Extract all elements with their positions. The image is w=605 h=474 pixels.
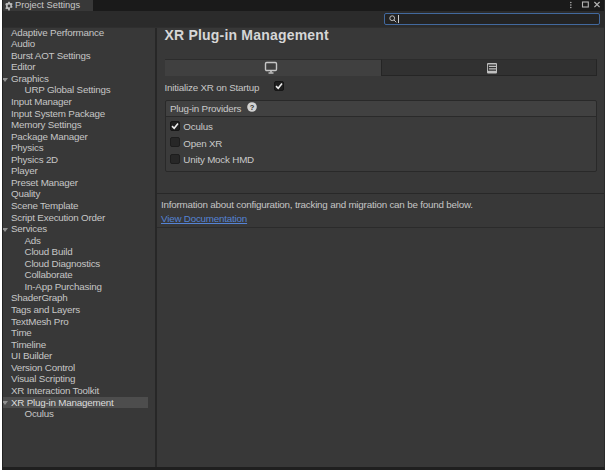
svg-text:?: ?: [249, 103, 254, 112]
